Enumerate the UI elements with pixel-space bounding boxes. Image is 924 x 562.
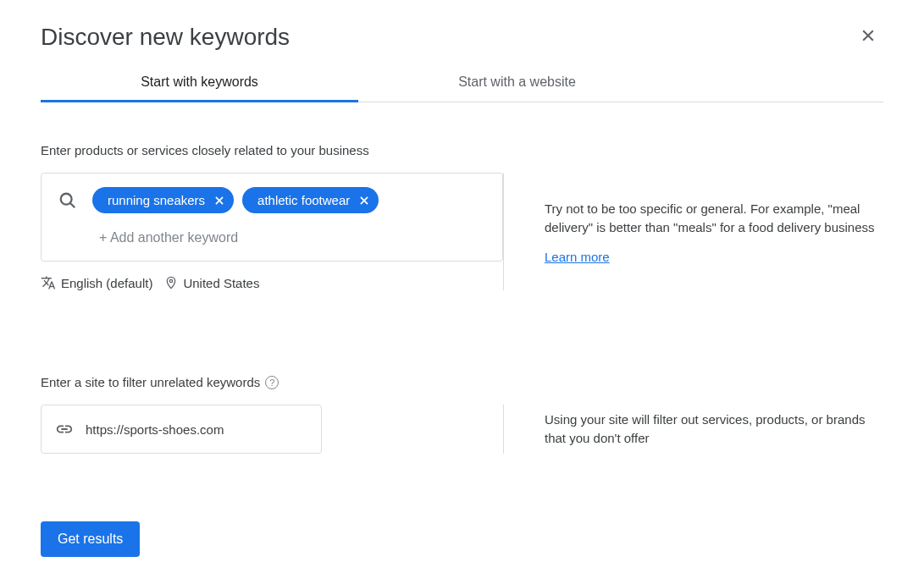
svg-point-8 [170,279,173,282]
keyword-chip: running sneakers [92,187,234,213]
chip-remove-button[interactable] [213,195,225,207]
close-icon [213,195,225,207]
search-icon [58,191,77,210]
site-label-text: Enter a site to filter unrelated keyword… [41,375,260,389]
site-url-input[interactable] [86,422,307,437]
chip-label: running sneakers [108,193,205,207]
svg-line-3 [70,202,75,207]
language-label: English (default) [61,276,152,290]
close-icon [860,27,877,44]
chip-label: athletic footwear [257,193,350,207]
chip-remove-button[interactable] [358,195,370,207]
tab-website[interactable]: Start with a website [358,74,676,102]
svg-point-2 [61,193,72,204]
learn-more-link[interactable]: Learn more [545,250,883,264]
close-button[interactable] [853,20,883,51]
keywords-label: Enter products or services closely relat… [41,143,883,157]
tabs: Start with keywords Start with a website [41,74,883,102]
keyword-input-box[interactable]: running sneakers athletic footwear [41,173,503,262]
site-input-container [41,405,322,454]
location-icon [164,276,178,289]
add-keyword-input[interactable]: + Add another keyword [99,230,489,245]
site-label: Enter a site to filter unrelated keyword… [41,375,883,389]
close-icon [358,195,370,207]
location-label: United States [183,276,259,290]
keyword-chip: athletic footwear [242,187,379,213]
translate-icon [41,275,56,290]
get-results-button[interactable]: Get results [41,521,140,557]
link-icon [55,420,74,438]
language-selector[interactable]: English (default) [41,275,152,290]
keywords-hint: Try not to be too specific or general. F… [545,200,883,238]
help-icon[interactable]: ? [265,376,279,389]
site-hint: Using your site will filter out services… [545,410,883,449]
tab-keywords[interactable]: Start with keywords [41,74,358,102]
page-title: Discover new keywords [41,24,290,51]
location-selector[interactable]: United States [164,276,259,290]
